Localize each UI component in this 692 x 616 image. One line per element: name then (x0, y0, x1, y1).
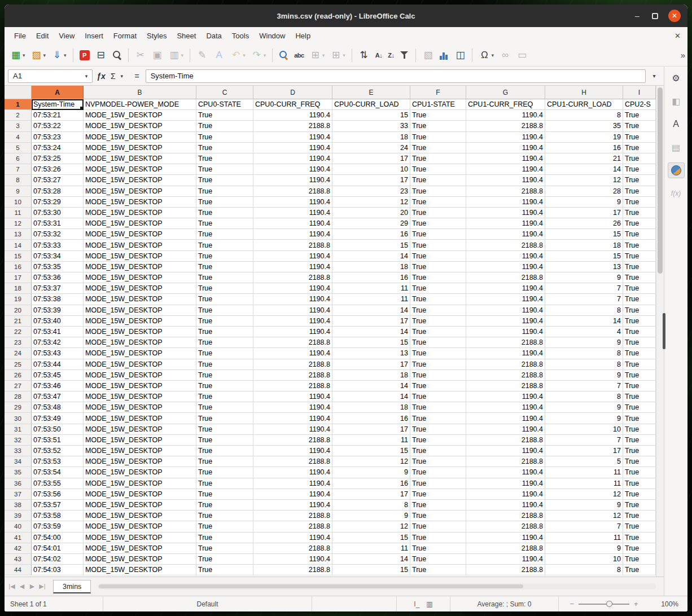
cell-C34[interactable]: True (196, 456, 253, 467)
row-header-12[interactable]: 12 (5, 218, 32, 229)
cell-G25[interactable]: 2188.8 (466, 359, 545, 370)
cell-D16[interactable]: 1190.4 (253, 262, 332, 272)
cell-F31[interactable]: True (410, 424, 466, 435)
cell-H29[interactable]: 9 (545, 402, 623, 413)
cell-B13[interactable]: MODE_15W_DESKTOP (84, 229, 196, 240)
cell-D13[interactable]: 1190.4 (253, 229, 332, 240)
horizontal-scrollbar[interactable] (98, 583, 656, 589)
cell-G13[interactable]: 1190.4 (466, 229, 545, 240)
cell-C9[interactable]: True (196, 186, 253, 197)
cell-E14[interactable]: 15 (332, 240, 410, 250)
cell-I19[interactable]: True (623, 294, 656, 305)
cell-A8[interactable]: 07:53:27 (32, 175, 84, 186)
row-header-23[interactable]: 23 (5, 337, 32, 348)
cell-reference[interactable]: A1 (8, 72, 81, 80)
cell-F12[interactable]: True (410, 218, 466, 229)
cell-B21[interactable]: MODE_15W_DESKTOP (84, 316, 196, 327)
cell-B39[interactable]: MODE_15W_DESKTOP (84, 511, 196, 521)
cell-D11[interactable]: 1190.4 (253, 208, 332, 218)
cell-D14[interactable]: 2188.8 (253, 240, 332, 250)
cell-F29[interactable]: True (410, 402, 466, 413)
cell-H2[interactable]: 8 (545, 110, 623, 121)
row-header-39[interactable]: 39 (5, 511, 32, 521)
cell-B10[interactable]: MODE_15W_DESKTOP (84, 197, 196, 208)
cell-E34[interactable]: 12 (332, 456, 410, 467)
cell-H24[interactable]: 8 (545, 348, 623, 359)
cell-B8[interactable]: MODE_15W_DESKTOP (84, 175, 196, 186)
cell-H16[interactable]: 13 (545, 262, 623, 272)
cell-F41[interactable]: True (410, 533, 466, 543)
previous-sheet-button[interactable]: ◀ (17, 583, 27, 590)
open-file-dropdown-icon[interactable]: ▾ (43, 52, 46, 58)
cell-H5[interactable]: 16 (545, 143, 623, 153)
cell-F33[interactable]: True (410, 446, 466, 456)
cell-A36[interactable]: 07:53:55 (32, 478, 84, 489)
cell-B34[interactable]: MODE_15W_DESKTOP (84, 456, 196, 467)
cell-H9[interactable]: 28 (545, 186, 623, 197)
row-header-42[interactable]: 42 (5, 543, 32, 554)
cell-B37[interactable]: MODE_15W_DESKTOP (84, 489, 196, 500)
cell-D24[interactable]: 1190.4 (253, 348, 332, 359)
menu-help[interactable]: Help (290, 29, 316, 42)
cell-B11[interactable]: MODE_15W_DESKTOP (84, 208, 196, 218)
row-header-7[interactable]: 7 (5, 164, 32, 175)
cell-F28[interactable]: True (410, 391, 466, 402)
cell-A20[interactable]: 07:53:39 (32, 305, 84, 316)
cell-E25[interactable]: 17 (332, 359, 410, 370)
cell-H18[interactable]: 7 (545, 283, 623, 294)
cell-F14[interactable]: True (410, 240, 466, 250)
cell-H3[interactable]: 35 (545, 121, 623, 131)
cell-H42[interactable]: 9 (545, 543, 623, 554)
cell-C4[interactable]: True (196, 132, 253, 143)
row-header-38[interactable]: 38 (5, 500, 32, 511)
cell-I13[interactable]: True (623, 229, 656, 240)
cell-G8[interactable]: 1190.4 (466, 175, 545, 186)
cell-H43[interactable]: 10 (545, 554, 623, 565)
cell-C30[interactable]: True (196, 413, 253, 424)
horizontal-scrollbar-thumb[interactable] (99, 584, 523, 588)
cell-B2[interactable]: MODE_15W_DESKTOP (84, 110, 196, 121)
cell-C5[interactable]: True (196, 143, 253, 153)
zoom-out-icon[interactable]: − (570, 600, 574, 608)
cell-C27[interactable]: True (196, 381, 253, 391)
column-header-D[interactable]: D (253, 86, 332, 99)
cell-I40[interactable]: True (623, 521, 656, 532)
cell-A39[interactable]: 07:53:58 (32, 511, 84, 521)
cell-H31[interactable]: 10 (545, 424, 623, 435)
print-button[interactable]: ⊟ (93, 48, 109, 63)
cell-H41[interactable]: 11 (545, 533, 623, 543)
cell-B18[interactable]: MODE_15W_DESKTOP (84, 283, 196, 294)
cell-D1[interactable]: CPU0-CURR_FREQ (253, 99, 332, 110)
row-header-30[interactable]: 30 (5, 413, 32, 424)
cell-I36[interactable]: True (623, 478, 656, 489)
cell-G2[interactable]: 1190.4 (466, 110, 545, 121)
styles-deck-icon[interactable]: A (668, 116, 685, 132)
menu-tools[interactable]: Tools (227, 29, 254, 42)
cell-H14[interactable]: 18 (545, 240, 623, 250)
cell-H13[interactable]: 15 (545, 229, 623, 240)
cell-C24[interactable]: True (196, 348, 253, 359)
sort-descending-button[interactable]: Z↓ (386, 48, 396, 63)
cell-B31[interactable]: MODE_15W_DESKTOP (84, 424, 196, 435)
cell-E29[interactable]: 18 (332, 402, 410, 413)
cell-G15[interactable]: 1190.4 (466, 251, 545, 262)
cell-F22[interactable]: True (410, 327, 466, 337)
cell-G32[interactable]: 2188.8 (466, 435, 545, 446)
row-header-27[interactable]: 27 (5, 381, 32, 391)
document-modified-icon[interactable]: ▥ (426, 600, 432, 608)
cell-G20[interactable]: 1190.4 (466, 305, 545, 316)
cell-D39[interactable]: 2188.8 (253, 511, 332, 521)
autofilter-button[interactable] (397, 49, 411, 61)
cell-C19[interactable]: True (196, 294, 253, 305)
cell-B30[interactable]: MODE_15W_DESKTOP (84, 413, 196, 424)
cell-E42[interactable]: 11 (332, 543, 410, 554)
cell-I17[interactable]: True (623, 272, 656, 283)
cell-G9[interactable]: 2188.8 (466, 186, 545, 197)
cell-G35[interactable]: 1190.4 (466, 467, 545, 478)
average-sum-display[interactable]: Average: ; Sum: 0 (450, 596, 559, 611)
cell-B19[interactable]: MODE_15W_DESKTOP (84, 294, 196, 305)
row-header-32[interactable]: 32 (5, 435, 32, 446)
cell-C16[interactable]: True (196, 262, 253, 272)
cell-G21[interactable]: 1190.4 (466, 316, 545, 327)
cell-C1[interactable]: CPU0-STATE (196, 99, 253, 110)
